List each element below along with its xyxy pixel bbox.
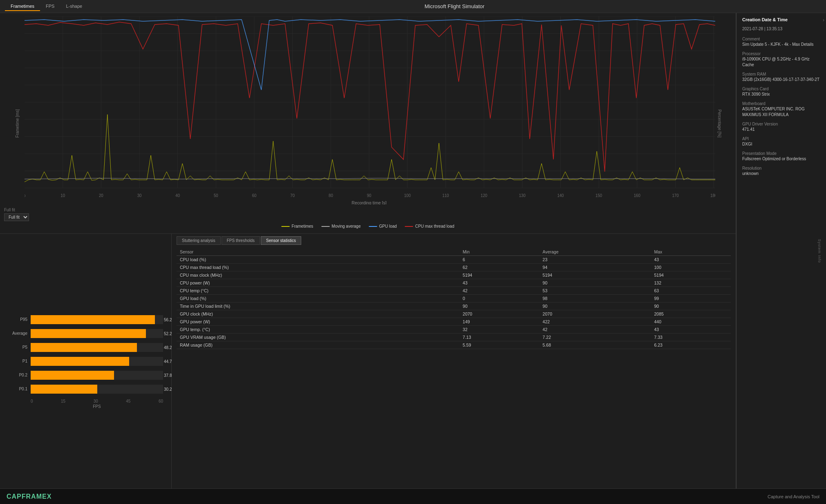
svg-text:140: 140 — [557, 193, 564, 198]
sensor-name: Time in GPU load limit (%) — [177, 302, 459, 310]
bar-avg-inner — [31, 329, 146, 338]
sys-field-value: Sim Update 5 - KJFK - 4k - Max Details — [742, 42, 820, 47]
sys-info-field: Resolutionunknown — [742, 166, 820, 177]
legend-frametimes-color — [282, 226, 290, 227]
table-row: CPU power (W)4390132 — [177, 279, 731, 287]
system-info-tab-label: System Info — [818, 239, 822, 263]
legend-gpu-load-label: GPU load — [379, 224, 396, 228]
chart-legend: Frametimes Moving average GPU load CPU m… — [282, 222, 454, 230]
sys-field-label: System RAM — [742, 72, 820, 76]
sensor-name: GPU temp. (°C) — [177, 326, 459, 334]
y-axis-label: Frametime [ms] — [15, 109, 20, 137]
legend-moving-avg-color — [321, 226, 329, 227]
sensor-name: CPU max clock (MHz) — [177, 271, 459, 279]
svg-text:60: 60 — [252, 193, 257, 198]
header: Frametimes FPS L-shape Microsoft Flight … — [0, 0, 826, 13]
bar-p01-inner — [31, 385, 97, 394]
table-row: GPU power (W)149422440 — [177, 318, 731, 326]
tab-fps[interactable]: FPS — [40, 2, 60, 11]
sys-field-label: Processor — [742, 52, 820, 56]
tab-frametimes[interactable]: Frametimes — [5, 2, 40, 11]
svg-text:160: 160 — [634, 193, 641, 198]
system-info-panel: Creation Date & Time 2021-07-28 | 13:35:… — [736, 13, 826, 488]
tab-sensor-stats[interactable]: Sensor statistics — [261, 236, 301, 245]
sensor-value: 90 — [459, 302, 539, 310]
footer-logo-text: CAPFRAMEX — [7, 493, 51, 500]
bar-p5-value: 48.2 — [164, 345, 175, 349]
sys-field-label: API — [742, 137, 820, 141]
sensor-name: CPU load (%) — [177, 256, 459, 264]
bar-p1-value: 44.7 — [164, 359, 175, 363]
bar-p5-outer: 48.2 — [31, 343, 163, 352]
col-max: Max — [651, 248, 731, 256]
sys-info-field: Processori9-10900K CPU @ 5.2GHz - 4.9 GH… — [742, 52, 820, 68]
svg-text:70: 70 — [290, 193, 295, 198]
sensor-value: 5194 — [539, 271, 651, 279]
bar-p02-label: P0.2 — [8, 373, 31, 377]
legend-frametimes: Frametimes — [282, 224, 313, 228]
sensor-value: 90 — [539, 302, 651, 310]
sensor-value: 42 — [539, 326, 651, 334]
sys-field-label: Resolution — [742, 166, 820, 170]
sensor-value: 62 — [459, 264, 539, 271]
sys-field-value: RTX 3090 Strix — [742, 92, 820, 97]
sensor-value: 98 — [539, 295, 651, 302]
bar-p5: P5 48.2 — [8, 342, 163, 353]
sensor-name: GPU VRAM usage (GB) — [177, 334, 459, 341]
bar-avg: Average 52.2 — [8, 328, 163, 339]
sensor-name: CPU power (W) — [177, 279, 459, 287]
svg-text:180: 180 — [710, 193, 715, 198]
table-row: GPU VRAM usage (GB)7.137.227.33 — [177, 334, 731, 341]
tab-lshape[interactable]: L-shape — [60, 2, 88, 11]
svg-text:80: 80 — [329, 193, 333, 198]
panel-close-icon[interactable]: › — [823, 17, 824, 23]
sensor-value: 149 — [459, 318, 539, 326]
sensor-value: 5194 — [651, 271, 731, 279]
bar-p02-value: 37.8 — [164, 373, 175, 377]
legend-gpu-load-color — [369, 226, 377, 227]
stats-tabs: Stuttering analysis FPS thresholds Senso… — [177, 236, 731, 245]
col-min: Min — [459, 248, 539, 256]
svg-text:Recording time [s]: Recording time [s] — [351, 200, 386, 204]
svg-text:20: 20 — [99, 193, 103, 198]
sensor-value: 132 — [651, 279, 731, 287]
tab-stuttering[interactable]: Stuttering analysis — [177, 236, 221, 245]
system-datetime: 2021-07-28 | 13:35:13 — [742, 26, 820, 32]
sensor-value: 440 — [651, 318, 731, 326]
sensor-name: GPU load (%) — [177, 295, 459, 302]
sensor-value: 2070 — [539, 310, 651, 318]
sys-info-field: GPU Driver Version471.41 — [742, 122, 820, 132]
sensor-value: 63 — [651, 287, 731, 295]
sensor-value: 53 — [539, 287, 651, 295]
sys-info-field: Presentation ModeFullscreen Optimized or… — [742, 151, 820, 162]
main-chart-svg: 100 75 50 25 0 0 100 200 300 400 500 600… — [25, 16, 715, 204]
tab-fps-thresholds[interactable]: FPS thresholds — [222, 236, 260, 245]
bar-p02-outer: 37.8 — [31, 371, 163, 380]
sys-field-value: Fullscreen Optimized or Borderless — [742, 156, 820, 162]
svg-text:110: 110 — [442, 193, 449, 198]
legend-cpu-thread: CPU max thread load — [405, 224, 454, 228]
sensor-value: 6.23 — [651, 341, 731, 349]
bar-p5-label: P5 — [8, 345, 31, 349]
sensor-name: CPU max thread load (%) — [177, 264, 459, 271]
sensor-value: 94 — [539, 264, 651, 271]
sensor-name: RAM usage (GB) — [177, 341, 459, 349]
sys-field-value: unknown — [742, 171, 820, 177]
bar-p5-inner — [31, 343, 137, 352]
sys-field-value: DXGI — [742, 141, 820, 147]
svg-text:30: 30 — [137, 193, 142, 198]
bar-p01-value: 30.2 — [164, 387, 175, 391]
bar-p01-label: P0.1 — [8, 387, 31, 391]
sys-field-value: i9-10900K CPU @ 5.2GHz - 4.9 GHz Cache — [742, 56, 820, 68]
sensor-value: 2070 — [459, 310, 539, 318]
y-axis-select[interactable]: Full fit Fixed — [4, 213, 29, 221]
bar-p1-outer: 44.7 — [31, 357, 163, 366]
sensor-value: 7.13 — [459, 334, 539, 341]
sensor-value: 90 — [651, 302, 731, 310]
bar-p95-outer: 56.2 — [31, 315, 163, 324]
legend-cpu-thread-label: CPU max thread load — [415, 224, 454, 228]
sensor-value: 90 — [539, 279, 651, 287]
sensor-value: 99 — [651, 295, 731, 302]
legend-moving-avg: Moving average — [321, 224, 360, 228]
svg-text:40: 40 — [175, 193, 180, 198]
